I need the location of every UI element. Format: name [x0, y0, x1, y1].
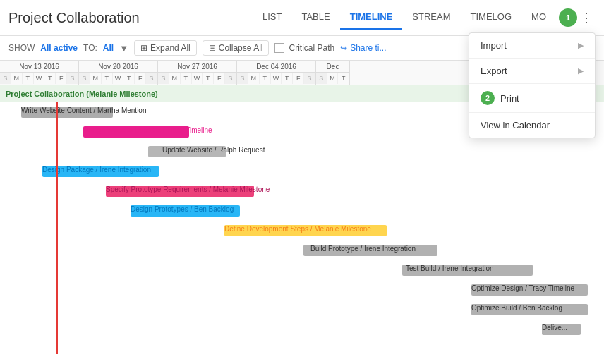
- expand-label: Expand All: [150, 43, 191, 53]
- week-nov20-label: Nov 20 2016: [79, 61, 157, 73]
- day-t: T: [181, 73, 192, 84]
- menu-item-print-label: Print: [500, 93, 584, 104]
- task-label-update-website: Update Website / Ralph Request: [162, 146, 265, 154]
- week-nov20-days: S M T W T F S: [79, 73, 157, 84]
- tab-stream[interactable]: STREAM: [402, 6, 460, 30]
- export-arrow-icon: ▶: [578, 66, 584, 75]
- tab-timelog[interactable]: TIMELOG: [461, 6, 522, 30]
- menu-item-print[interactable]: 2 Print: [469, 84, 595, 113]
- critical-path-button[interactable]: Critical Path: [274, 43, 334, 53]
- menu-item-calendar[interactable]: View in Calendar: [469, 113, 595, 138]
- week-nov13-label: Nov 13 2016: [0, 61, 78, 73]
- menu-item-print-badge: 2: [481, 91, 495, 105]
- day-t2: T: [44, 73, 56, 84]
- day-f: F: [293, 73, 304, 84]
- top-header: Project Collaboration LIST TABLE TIMELIN…: [0, 0, 604, 36]
- menu-item-calendar-label: View in Calendar: [481, 120, 550, 131]
- week-nov13-days: S M T W T F S: [0, 73, 78, 84]
- nav-tabs: LIST TABLE TIMELINE STREAM TIMELOG MO 1 …: [253, 6, 596, 30]
- day-f: F: [214, 73, 225, 84]
- day-t2: T: [282, 73, 293, 84]
- import-arrow-icon: ▶: [578, 41, 584, 50]
- share-label: Share ti...: [350, 43, 386, 53]
- tab-table[interactable]: TABLE: [291, 6, 339, 30]
- menu-item-import[interactable]: Import ▶: [469, 33, 595, 59]
- all-active-filter[interactable]: All active: [40, 43, 78, 53]
- day-w: W: [113, 73, 124, 84]
- day-s2: S: [146, 73, 157, 84]
- show-label: SHOW: [8, 43, 35, 53]
- day-s2: S: [67, 73, 78, 84]
- task-label-optimize-design: Optimize Design / Tracy Timeline: [471, 284, 574, 292]
- collapse-all-button[interactable]: ⊟ Collapse All: [203, 40, 270, 56]
- task-label-specify-proto: Specify Prototype Requirements / Melanie…: [106, 186, 270, 193]
- critical-path-label: Critical Path: [289, 43, 334, 53]
- print-badge: 2: [481, 91, 495, 105]
- task-label-deliver: Delive...: [542, 324, 567, 332]
- day-s: S: [158, 73, 169, 84]
- week-dec-days: S M T: [316, 73, 349, 84]
- task-label-design-package: Design Package / Irene Integration: [42, 166, 151, 174]
- day-t: T: [102, 73, 113, 84]
- dropdown-menu: Import ▶ Export ▶ 2 Print View in Calend…: [469, 32, 596, 138]
- week-dec: Dec S M T: [316, 61, 350, 85]
- day-t2: T: [123, 73, 135, 84]
- day-m: M: [327, 73, 339, 84]
- day-t: T: [338, 73, 349, 84]
- day-s: S: [316, 73, 327, 84]
- expand-all-button[interactable]: ⊞ Expand All: [134, 40, 197, 56]
- menu-item-export-label: Export: [481, 66, 507, 76]
- day-w: W: [192, 73, 203, 84]
- day-t2: T: [203, 73, 214, 84]
- week-dec04-days: S M T W T F S: [237, 73, 315, 84]
- week-nov27: Nov 27 2016 S M T W T F S: [158, 61, 237, 85]
- tab-more[interactable]: MO: [521, 6, 556, 30]
- day-w: W: [34, 73, 45, 84]
- task-label-design-proto: Design Prototypes / Ben Backlog: [131, 205, 234, 213]
- day-m: M: [169, 73, 181, 84]
- task-label-design-website: Design Website Updates / Tracy Timeline: [83, 126, 212, 134]
- tab-list[interactable]: LIST: [253, 6, 291, 30]
- to-value[interactable]: All: [103, 43, 114, 53]
- context-menu-button[interactable]: ⋮: [577, 7, 596, 28]
- expand-icon: ⊞: [140, 43, 147, 53]
- day-s: S: [237, 73, 248, 84]
- filter-icon[interactable]: ▼: [119, 43, 128, 54]
- week-dec04-label: Dec 04 2016: [237, 61, 315, 73]
- today-line: [56, 102, 58, 354]
- day-s: S: [0, 73, 11, 84]
- share-icon: ↪: [340, 43, 347, 53]
- task-label-optimize-build: Optimize Build / Ben Backlog: [471, 304, 562, 312]
- day-s2: S: [225, 73, 236, 84]
- day-m: M: [90, 73, 102, 84]
- app-title: Project Collaboration: [8, 10, 253, 26]
- week-nov20: Nov 20 2016 S M T W T F S: [79, 61, 158, 85]
- project-row-label: Project Collaboration (Melanie Milestone…: [6, 90, 158, 98]
- day-w: W: [271, 73, 282, 84]
- day-t: T: [260, 73, 271, 84]
- to-label: TO:: [83, 43, 97, 53]
- critical-path-checkbox[interactable]: [274, 43, 284, 53]
- day-m: M: [11, 73, 23, 84]
- day-f: F: [135, 73, 146, 84]
- menu-item-export[interactable]: Export ▶: [469, 59, 595, 84]
- day-f: F: [56, 73, 67, 84]
- share-button[interactable]: ↪ Share ti...: [340, 43, 386, 53]
- day-m: M: [248, 73, 260, 84]
- menu-item-import-label: Import: [481, 40, 507, 51]
- week-nov27-days: S M T W T F S: [158, 73, 236, 84]
- task-label-define-dev: Define Development Steps / Melanie Miles…: [224, 225, 371, 233]
- week-dec04: Dec 04 2016 S M T W T F S: [237, 61, 316, 85]
- week-nov13: Nov 13 2016 S M T W T F S: [0, 61, 79, 85]
- week-nov27-label: Nov 27 2016: [158, 61, 236, 73]
- week-dec-label: Dec: [316, 61, 349, 73]
- day-s2: S: [304, 73, 315, 84]
- task-label-write-website: Write Website Content / Martha Mention: [21, 107, 147, 114]
- collapse-label: Collapse All: [219, 43, 263, 53]
- more-badge-button[interactable]: 1: [559, 8, 577, 27]
- task-label-build-proto: Build Prototype / Irene Integration: [310, 245, 416, 253]
- collapse-icon: ⊟: [209, 43, 216, 53]
- tab-timeline[interactable]: TIMELINE: [340, 6, 403, 30]
- day-t: T: [23, 73, 34, 84]
- day-s: S: [79, 73, 90, 84]
